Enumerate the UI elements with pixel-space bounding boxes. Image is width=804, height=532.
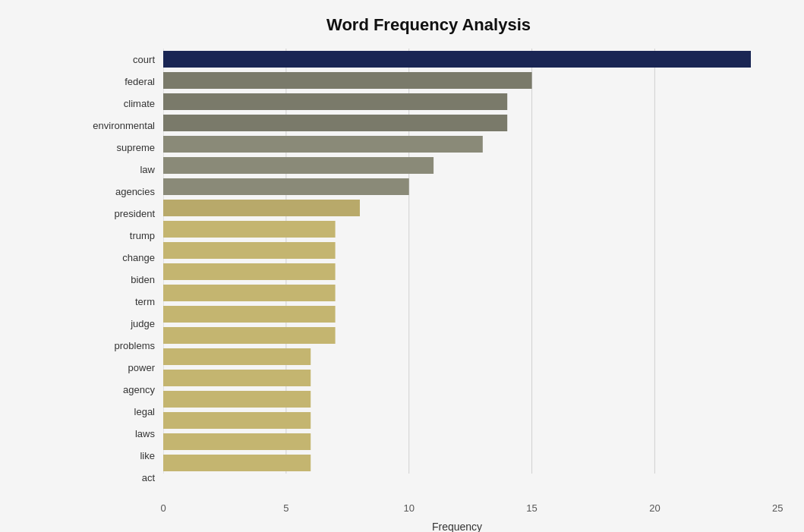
svg-rect-15: [163, 242, 336, 259]
x-tick-5: 5: [283, 502, 288, 514]
x-axis-label: Frequency: [163, 521, 751, 532]
y-label-legal: legal: [84, 401, 159, 423]
y-label-agency: agency: [84, 379, 159, 401]
svg-rect-19: [163, 327, 336, 344]
y-label-federal: federal: [84, 71, 159, 93]
y-label-president: president: [84, 203, 159, 225]
svg-rect-8: [163, 93, 507, 110]
chart-title: Word Frequency Analysis: [84, 15, 774, 35]
svg-rect-22: [163, 391, 311, 408]
y-label-climate: climate: [84, 93, 159, 115]
chart-container: Word Frequency Analysis courtfederalclim…: [0, 0, 804, 532]
svg-rect-17: [163, 285, 336, 301]
y-label-trump: trump: [84, 225, 159, 247]
y-label-judge: judge: [84, 313, 159, 335]
svg-rect-24: [163, 433, 311, 450]
y-label-like: like: [84, 445, 159, 467]
x-tick-15: 15: [526, 502, 537, 514]
svg-rect-23: [163, 412, 311, 429]
svg-rect-21: [163, 370, 311, 386]
y-label-law: law: [84, 159, 159, 181]
svg-rect-20: [163, 348, 311, 365]
y-label-court: court: [84, 49, 159, 71]
x-tick-20: 20: [649, 502, 660, 514]
svg-rect-18: [163, 306, 336, 323]
svg-rect-6: [163, 51, 751, 68]
chart-svg: [163, 49, 751, 489]
y-label-environmental: environmental: [84, 115, 159, 137]
chart-area: 0510152025 Frequency: [163, 49, 751, 489]
y-label-term: term: [84, 291, 159, 313]
y-axis-labels: courtfederalclimateenvironmentalsupremel…: [84, 49, 159, 489]
svg-rect-10: [163, 136, 483, 153]
svg-rect-13: [163, 200, 360, 216]
y-label-laws: laws: [84, 423, 159, 445]
x-tick-0: 0: [160, 502, 166, 514]
y-label-problems: problems: [84, 335, 159, 357]
y-label-supreme: supreme: [84, 137, 159, 159]
x-axis: 0510152025: [163, 502, 751, 518]
y-label-power: power: [84, 357, 159, 379]
svg-rect-7: [163, 72, 532, 89]
svg-rect-11: [163, 157, 434, 174]
svg-rect-25: [163, 455, 311, 471]
svg-rect-9: [163, 115, 507, 131]
y-label-change: change: [84, 247, 159, 269]
svg-rect-14: [163, 221, 336, 238]
y-label-act: act: [84, 467, 159, 489]
y-label-agencies: agencies: [84, 181, 159, 203]
x-tick-25: 25: [772, 502, 783, 514]
svg-rect-12: [163, 178, 409, 195]
svg-rect-16: [163, 263, 336, 280]
x-tick-10: 10: [403, 502, 414, 514]
y-label-biden: biden: [84, 269, 159, 291]
